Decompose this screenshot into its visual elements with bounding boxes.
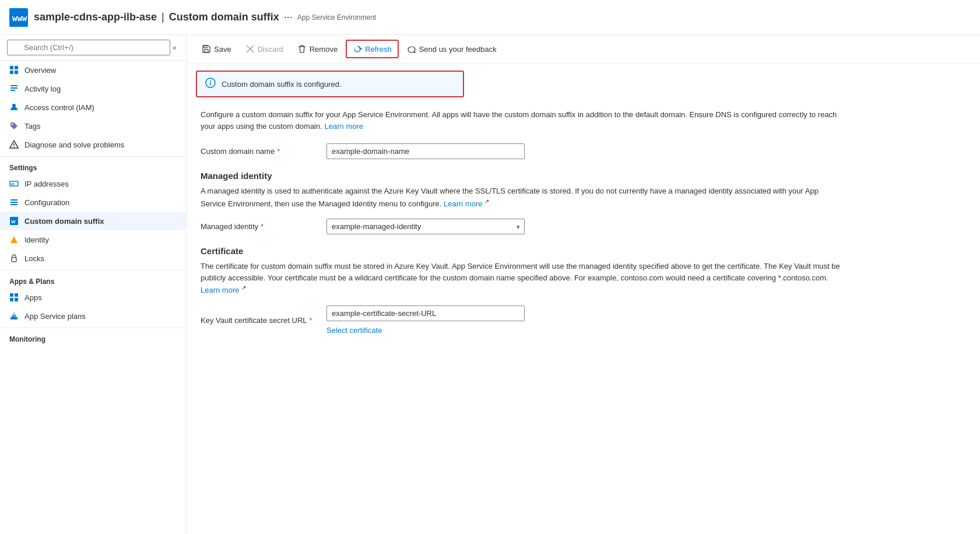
sidebar-item-label: Configuration [24,198,69,207]
apps-plans-section-label: Apps & Plans [0,270,186,288]
svg-point-10 [12,124,13,125]
sidebar-item-overview[interactable]: Overview [0,61,186,79]
overview-icon [9,65,19,75]
certificate-required: * [310,316,312,325]
activity-log-icon [9,84,19,93]
apps-icon [9,293,19,302]
svg-point-12 [13,146,15,147]
save-button[interactable]: Save [196,41,237,57]
sidebar-item-iam[interactable]: Access control (IAM) [0,98,186,117]
sidebar-item-label: Diagnose and solve problems [24,140,124,149]
discard-button[interactable]: Discard [240,41,289,57]
sidebar-item-label: Overview [24,66,56,75]
sidebar-item-label: IP addresses [24,180,69,188]
toolbar: Save Discard Remove Refresh Send us your… [187,35,980,64]
feedback-icon [407,44,416,54]
sidebar-item-label: Custom domain suffix [24,217,104,226]
identity-icon [9,235,19,244]
managed-identity-select[interactable]: example-managed-identityidentity-2identi… [326,219,525,234]
refresh-button[interactable]: Refresh [346,40,399,58]
sidebar-item-apps[interactable]: Apps [0,288,186,307]
info-icon [205,78,216,90]
page-content-area: Configure a custom domain suffix for you… [187,104,980,534]
managed-identity-desc: A managed identity is used to authentica… [201,185,842,209]
sidebar-item-label: Tags [24,122,40,131]
search-input[interactable] [7,40,170,55]
sidebar-item-label: Identity [24,236,49,244]
resource-subtitle: App Service Environment [297,13,376,22]
info-banner: Custom domain suffix is configured. [196,71,464,97]
refresh-icon [353,44,362,54]
config-icon [9,198,19,207]
diagnose-icon [9,140,19,149]
feedback-button[interactable]: Send us your feedback [401,41,503,57]
managed-identity-heading: Managed identity [201,171,966,181]
svg-rect-4 [10,71,13,74]
custom-domain-label: Custom domain name * [201,147,317,156]
remove-button[interactable]: Remove [291,41,343,57]
svg-rect-3 [15,66,18,69]
sidebar-item-ip-addresses[interactable]: IP IP addresses [0,174,186,193]
custom-domain-input[interactable] [326,143,525,159]
sidebar-item-configuration[interactable]: Configuration [0,193,186,212]
sidebar-item-locks[interactable]: Locks [0,249,186,268]
svg-rect-16 [10,202,17,203]
description-learn-more-link[interactable]: Learn more [324,122,363,131]
sidebar-item-tags[interactable]: Tags [0,117,186,135]
cert-external-link-icon: ↗ [241,284,246,291]
sidebar-item-diagnose[interactable]: Diagnose and solve problems [0,135,186,154]
external-link-icon: ↗ [484,198,489,205]
select-certificate-link[interactable]: Select certificate [326,326,525,335]
svg-rect-23 [15,293,18,297]
svg-marker-20 [10,236,17,243]
svg-rect-2 [10,66,13,69]
custom-domain-required: * [277,147,280,156]
sidebar-item-app-service-plans[interactable]: App Service plans [0,307,186,325]
certificate-learn-more[interactable]: Learn more [201,286,239,295]
discard-icon [245,44,255,54]
main-description: Configure a custom domain suffix for you… [201,109,842,132]
custom-domain-row: Custom domain name * [201,143,966,159]
svg-rect-24 [10,298,13,301]
managed-identity-row: Managed identity * example-managed-ident… [201,219,966,234]
sidebar-item-label: Apps [24,293,42,302]
svg-text:W: W [11,219,16,224]
svg-rect-29 [205,50,208,52]
svg-rect-25 [15,298,18,301]
resource-icon: www [9,8,28,27]
svg-rect-30 [204,45,207,48]
sidebar-item-custom-domain-suffix[interactable]: W Custom domain suffix [0,212,186,230]
managed-identity-label: Managed identity * [201,222,317,231]
resource-name: sample-cdns-app-ilb-ase [34,11,157,23]
managed-identity-learn-more[interactable]: Learn more [444,199,482,208]
locks-icon [9,254,19,263]
settings-section-label: Settings [0,156,186,174]
remove-icon [297,44,307,54]
svg-rect-26 [10,317,17,319]
svg-rect-7 [10,87,17,89]
collapse-button[interactable]: « [170,41,179,54]
title-separator: | [161,11,164,23]
app-plans-icon [9,311,19,321]
certificate-url-label: Key Vault certificate secret URL * [201,316,317,325]
svg-rect-6 [10,85,17,86]
main-content: Save Discard Remove Refresh Send us your… [187,35,980,534]
sidebar-item-label: Activity log [24,85,61,93]
managed-identity-select-wrapper: example-managed-identityidentity-2identi… [326,219,525,234]
svg-rect-17 [10,204,17,205]
save-icon [202,44,211,54]
monitoring-section-label: Monitoring [0,328,186,346]
page-header: www sample-cdns-app-ilb-ase | Custom dom… [0,0,980,35]
certificate-desc: The certificate for custom domain suffix… [201,261,842,296]
custom-domain-icon: W [9,216,19,226]
svg-text:www: www [12,13,27,23]
iam-icon [9,103,19,112]
svg-rect-8 [10,90,15,91]
svg-rect-27 [12,315,16,317]
sidebar-item-identity[interactable]: Identity [0,230,186,249]
more-button[interactable]: ··· [284,11,293,23]
sidebar-item-activity-log[interactable]: Activity log [0,79,186,98]
certificate-url-input[interactable] [326,305,525,321]
svg-rect-5 [15,71,18,74]
tags-icon [9,121,19,131]
